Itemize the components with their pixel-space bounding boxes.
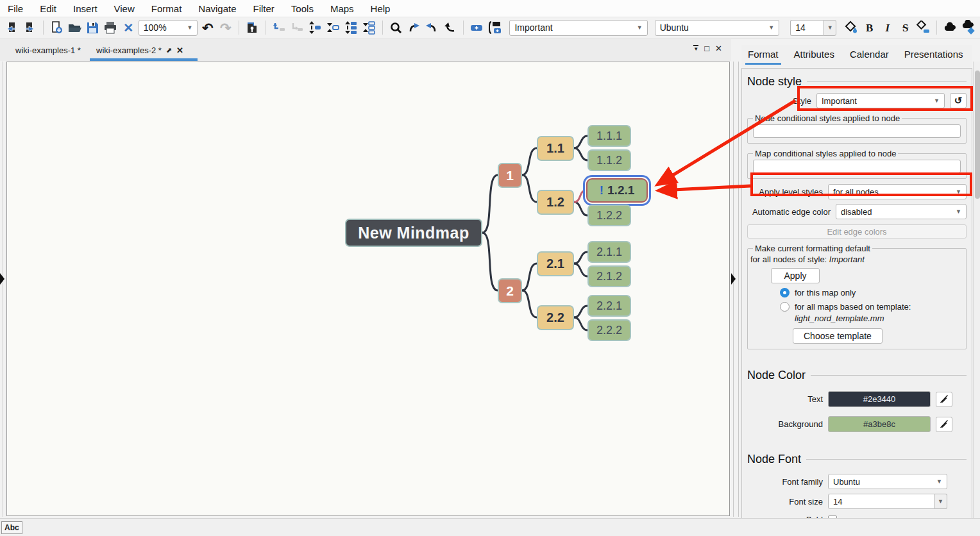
close-pane-icon[interactable]: ✕ — [715, 44, 722, 53]
apply-level-styles-combobox[interactable]: for all nodes ▼ — [828, 184, 967, 199]
mindmap-node-2.1[interactable]: 2.1 — [537, 251, 574, 276]
navigate-next-icon[interactable] — [406, 20, 422, 36]
menu-maps[interactable]: Maps — [330, 3, 354, 14]
mindmap-node-1.1[interactable]: 1.1 — [537, 136, 574, 161]
panel-font-size-combobox[interactable]: 14 — [828, 494, 934, 509]
panel-font-family-combobox[interactable]: Ubuntu ▼ — [828, 474, 947, 489]
strikethrough-button[interactable]: S — [897, 20, 913, 36]
remove-text-color-button[interactable] — [936, 392, 952, 407]
fold-one-level-icon[interactable] — [271, 20, 287, 36]
new-sibling-node-icon[interactable] — [468, 20, 484, 36]
node-label: 1.1.1 — [596, 130, 622, 143]
mindmap-node-2[interactable]: 2 — [498, 278, 522, 303]
panel-tab-presentations[interactable]: Presentations — [899, 47, 968, 63]
goto-root-icon[interactable] — [442, 20, 458, 36]
panel-tab-calendar[interactable]: Calendar — [845, 47, 894, 63]
menu-view[interactable]: View — [114, 3, 135, 14]
menu-tools[interactable]: Tools — [291, 3, 314, 14]
menu-file[interactable]: File — [8, 3, 23, 14]
mindmap-node-1.1.2[interactable]: 1.1.2 — [587, 149, 631, 171]
mindmap-node-1.2.1[interactable]: !1.2.1 — [586, 178, 648, 203]
spellcheck-abc-badge[interactable]: Abc — [1, 521, 22, 534]
style-combobox[interactable]: Important ▼ — [509, 20, 647, 36]
new-child-node-icon[interactable] — [486, 20, 502, 36]
decrease-node-distance-icon[interactable] — [325, 20, 341, 36]
mindmap-node-2.2[interactable]: 2.2 — [537, 305, 574, 330]
radio-this-map-only[interactable]: for this map only — [780, 288, 961, 297]
menu-insert[interactable]: Insert — [73, 3, 97, 14]
right-splitter[interactable] — [733, 62, 734, 517]
unfold-one-level-icon[interactable] — [289, 20, 305, 36]
menu-help[interactable]: Help — [371, 3, 391, 14]
mindmap-node-2.1.1[interactable]: 2.1.1 — [587, 241, 631, 263]
mindmap-node-2.2.2[interactable]: 2.2.2 — [587, 319, 631, 341]
style-label: Style — [786, 96, 811, 106]
open-map-icon[interactable] — [67, 20, 83, 36]
right-splitter-handle[interactable] — [731, 273, 736, 285]
tab-wiki-examples-1[interactable]: wiki-examples-1 * — [9, 42, 87, 58]
tab-wiki-examples-2[interactable]: wiki-examples-2 * ⬈ ✕ — [90, 42, 190, 58]
panel-tab-attributes[interactable]: Attributes — [789, 47, 840, 63]
zoom-combobox[interactable]: 100% ▼ — [139, 20, 198, 36]
node-background-color-icon[interactable] — [915, 20, 931, 36]
menu-format[interactable]: Format — [151, 3, 182, 14]
radio-all-maps-template[interactable]: for all maps based on template: — [780, 302, 961, 312]
menu-edit[interactable]: Edit — [40, 3, 56, 14]
increase-node-distance-icon[interactable] — [307, 20, 323, 36]
apply-button[interactable]: Apply — [771, 268, 820, 283]
previous-map-icon[interactable] — [4, 20, 20, 36]
undo-icon[interactable]: ↶ — [199, 20, 215, 36]
chevron-down-icon: ▼ — [768, 24, 774, 31]
italic-button[interactable]: I — [879, 20, 895, 36]
left-splitter[interactable] — [3, 62, 3, 517]
detach-tab-icon[interactable]: ⬈ — [166, 46, 172, 54]
minimize-pane-icon[interactable]: ▼ — [693, 45, 698, 52]
font-size-spinner[interactable]: ▼ — [934, 494, 947, 509]
text-color-swatch[interactable]: #2e3440 — [828, 391, 931, 407]
map-conditional-styles-list[interactable] — [753, 160, 961, 173]
mindmap-node-2.2.1[interactable]: 2.2.1 — [587, 295, 631, 317]
choose-template-button[interactable]: Choose template — [793, 328, 883, 344]
menu-filter[interactable]: Filter — [253, 3, 275, 14]
panel-tab-format[interactable]: Format — [743, 47, 784, 63]
mindmap-node-1.2[interactable]: 1.2 — [537, 190, 574, 215]
left-splitter-handle[interactable] — [0, 273, 4, 285]
panel-scrollbar-thumb[interactable] — [975, 71, 980, 199]
edit-edge-colors-button[interactable]: Edit edge colors — [747, 224, 967, 239]
font-size-spinner[interactable]: ▼ — [824, 20, 836, 36]
font-color-icon[interactable] — [843, 20, 859, 36]
cloud-color-icon[interactable] — [960, 20, 976, 36]
password-protection-icon[interactable] — [244, 20, 260, 36]
next-map-icon[interactable] — [22, 20, 38, 36]
print-icon[interactable] — [103, 20, 119, 36]
new-map-icon[interactable] — [49, 20, 65, 36]
menu-navigate[interactable]: Navigate — [198, 3, 236, 14]
reset-style-button[interactable]: ↺ — [950, 93, 967, 108]
font-family-combobox[interactable]: Ubuntu ▼ — [655, 20, 780, 36]
panel-scrollbar[interactable] — [973, 62, 980, 536]
mindmap-node-new-mindmap[interactable]: New Mindmap — [345, 219, 482, 247]
node-conditional-styles-list[interactable] — [753, 124, 961, 138]
mindmap-node-1.2.2[interactable]: 1.2.2 — [587, 205, 631, 226]
redo-icon[interactable]: ↷ — [217, 20, 233, 36]
fold-all-icon[interactable] — [361, 20, 377, 36]
bold-button[interactable]: B — [861, 20, 877, 36]
navigate-previous-icon[interactable] — [424, 20, 440, 36]
close-map-icon[interactable]: ✕ — [121, 20, 137, 36]
unfold-all-icon[interactable] — [343, 20, 359, 36]
font-size-combobox[interactable]: 14 — [790, 20, 824, 36]
automatic-edge-color-combobox[interactable]: disabled ▼ — [836, 204, 967, 219]
cloud-icon[interactable] — [942, 20, 958, 36]
maximize-pane-icon[interactable]: □ — [704, 44, 709, 53]
close-tab-icon[interactable]: ✕ — [176, 46, 183, 55]
mindmap-node-1.1.1[interactable]: 1.1.1 — [587, 125, 631, 147]
node-style-combobox[interactable]: Important ▼ — [816, 93, 945, 108]
mindmap-node-2.1.2[interactable]: 2.1.2 — [587, 265, 631, 287]
mindmap-canvas[interactable]: New Mindmap121.11.22.12.21.1.11.1.2!1.2.… — [6, 62, 730, 516]
save-map-icon[interactable] — [85, 20, 101, 36]
mindmap-node-1[interactable]: 1 — [498, 163, 522, 188]
right-splitter[interactable] — [738, 62, 739, 517]
remove-background-color-button[interactable] — [936, 417, 952, 432]
search-icon[interactable] — [388, 20, 404, 36]
background-color-swatch[interactable]: #a3be8c — [828, 416, 931, 432]
